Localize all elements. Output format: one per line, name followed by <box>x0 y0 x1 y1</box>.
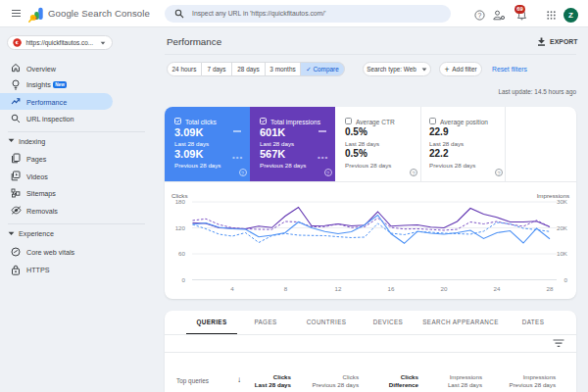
svg-text:120: 120 <box>175 224 186 231</box>
svg-text:?: ? <box>478 12 482 19</box>
svg-text:20K: 20K <box>557 224 568 231</box>
svg-text:0: 0 <box>564 276 568 283</box>
svg-text:28: 28 <box>547 285 554 292</box>
svg-text:4: 4 <box>230 285 234 292</box>
svg-text:12: 12 <box>335 285 342 292</box>
svg-text:8: 8 <box>284 285 288 292</box>
svg-text:60: 60 <box>178 250 185 257</box>
svg-text:24: 24 <box>494 285 501 292</box>
svg-text:0: 0 <box>182 276 186 283</box>
svg-text:30K: 30K <box>557 198 568 205</box>
svg-text:16: 16 <box>388 285 395 292</box>
svg-text:20: 20 <box>441 285 448 292</box>
svg-text:10K: 10K <box>557 250 568 257</box>
svg-text:180: 180 <box>175 198 186 205</box>
